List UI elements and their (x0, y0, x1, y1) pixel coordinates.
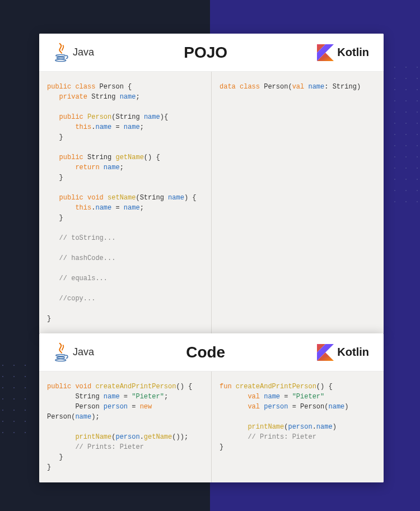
kotlin-label: Kotlin (337, 46, 369, 59)
code-java-code: public void createAndPrintPerson() { Str… (39, 371, 212, 482)
pojo-panel-header: Java POJO Kotlin (39, 34, 384, 72)
decorative-dots-top-right (389, 62, 420, 207)
svg-point-8 (55, 359, 66, 361)
pojo-comparison-panel: Java POJO Kotlin public class Person (39, 34, 384, 334)
java-label: Java (73, 346, 94, 358)
pojo-panel-body: public class Person { private String nam… (39, 72, 384, 334)
java-icon (54, 342, 69, 363)
pojo-kotlin-code: data class Person(val name: String) (212, 72, 384, 334)
java-logo: Java (54, 342, 94, 363)
svg-point-2 (55, 59, 66, 61)
pojo-java-code: public class Person { private String nam… (39, 72, 212, 334)
kotlin-icon (317, 344, 334, 361)
kotlin-logo: Kotlin (317, 44, 369, 61)
code-panel-body: public void createAndPrintPerson() { Str… (39, 371, 384, 482)
kotlin-icon (317, 44, 334, 61)
code-kotlin-code: fun createAndPrintPerson() { val name = … (212, 371, 384, 482)
code-title: Code (186, 343, 225, 361)
pojo-title: POJO (184, 44, 227, 62)
svg-point-1 (57, 57, 64, 58)
java-icon (54, 43, 69, 63)
svg-point-7 (57, 356, 64, 358)
decorative-dots-bottom-left (0, 360, 31, 438)
svg-point-6 (56, 354, 66, 356)
svg-point-0 (56, 54, 66, 56)
java-label: Java (73, 47, 94, 58)
kotlin-logo: Kotlin (317, 344, 369, 361)
kotlin-label: Kotlin (337, 346, 369, 359)
code-panel-header: Java Code Kotlin (39, 333, 384, 371)
java-logo: Java (54, 43, 94, 63)
code-comparison-panel: Java Code Kotlin public void createAndPr… (39, 333, 384, 482)
